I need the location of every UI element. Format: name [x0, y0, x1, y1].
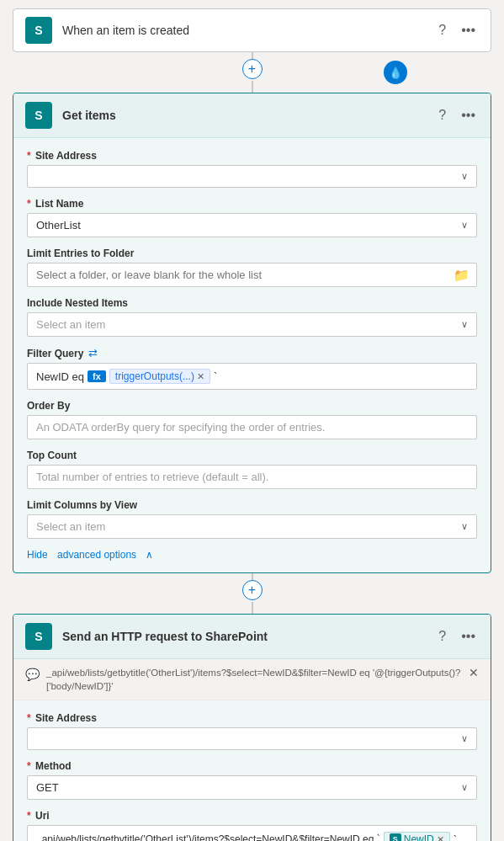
get-items-header: S Get items ? •••	[13, 93, 491, 138]
order-by-input[interactable]	[27, 415, 477, 439]
connector-arrow-1: ↓	[250, 77, 255, 89]
trigger-icon: S	[25, 17, 52, 44]
top-count-label: Top Count	[27, 450, 477, 461]
token-remove-button[interactable]: ✕	[197, 371, 204, 382]
get-items-more-button[interactable]: •••	[458, 106, 479, 125]
add-step-button-1[interactable]: +	[242, 59, 263, 79]
sp-token-icon: S	[390, 833, 401, 841]
trigger-actions: ? •••	[435, 21, 479, 40]
http-site-address-label: * Site Address	[27, 712, 477, 724]
http-uri-field[interactable]: _api/web/lists/getbytitle('OtherList')/i…	[27, 825, 477, 841]
filter-suffix: `	[214, 370, 217, 383]
filter-query-field[interactable]: NewID eq fx triggerOutputs(...) ✕ `	[27, 363, 477, 390]
http-site-address-group: * Site Address ∨	[27, 712, 477, 750]
top-count-input[interactable]	[27, 465, 477, 489]
url-preview-icon: 💬	[25, 668, 40, 681]
limit-columns-group: Limit Columns by View Select an item ∨	[27, 499, 477, 539]
include-nested-group: Include Nested Items Select an item ∨	[27, 297, 477, 337]
site-address-chevron: ∨	[461, 171, 468, 182]
connector-arrow-2: ↓	[250, 599, 255, 610]
http-help-button[interactable]: ?	[435, 627, 449, 646]
filter-text-prefix: NewID eq	[36, 370, 84, 383]
http-site-address-chevron: ∨	[461, 733, 468, 744]
site-address-dropdown[interactable]: ∨	[27, 165, 477, 188]
trigger-outputs-token: triggerOutputs(...) ✕	[109, 369, 210, 384]
bubble-indicator: 💧	[384, 61, 407, 84]
uri-suffix: `	[454, 833, 457, 841]
http-block-body: * Site Address ∨ * Method GET ∨	[13, 700, 491, 841]
filter-query-label-row: Filter Query ⇄	[27, 347, 477, 359]
filter-query-group: Filter Query ⇄ NewID eq fx triggerOutput…	[27, 347, 477, 390]
get-items-title: Get items	[62, 109, 435, 122]
filter-sort-icon[interactable]: ⇄	[88, 347, 98, 359]
url-preview-text: _api/web/lists/getbytitle('OtherList')/i…	[46, 666, 462, 693]
http-block-title: Send an HTTP request to SharePoint	[62, 630, 435, 643]
connector-2: + ↓	[13, 573, 491, 614]
get-items-body: * Site Address ∨ * List Name OtherList ∨	[13, 138, 491, 572]
trigger-block: S When an item is created ? •••	[13, 8, 491, 52]
filter-query-label: Filter Query	[27, 348, 83, 359]
get-items-actions: ? •••	[435, 106, 479, 125]
limit-folder-input[interactable]	[28, 263, 447, 286]
trigger-title: When an item is created	[62, 24, 435, 37]
http-site-address-dropdown[interactable]: ∨	[27, 727, 477, 750]
limit-columns-chevron: ∨	[461, 521, 468, 532]
http-block-icon: S	[25, 623, 52, 650]
url-preview-close-button[interactable]: ✕	[469, 666, 479, 679]
http-method-dropdown[interactable]: GET ∨	[27, 775, 477, 800]
connector-1: + ↓ 💧	[13, 52, 491, 93]
list-name-chevron: ∨	[461, 220, 468, 231]
trigger-help-button[interactable]: ?	[435, 21, 449, 40]
http-method-group: * Method GET ∨	[27, 760, 477, 800]
http-more-button[interactable]: •••	[458, 627, 479, 646]
advanced-options-toggle[interactable]: Hide advanced options ∧	[27, 549, 477, 561]
add-step-button-2[interactable]: +	[242, 580, 263, 600]
top-count-group: Top Count	[27, 450, 477, 489]
list-name-dropdown[interactable]: OtherList ∨	[27, 213, 477, 237]
trigger-more-button[interactable]: •••	[458, 21, 479, 40]
include-nested-label: Include Nested Items	[27, 297, 477, 309]
http-method-label: * Method	[27, 760, 477, 772]
limit-columns-label: Limit Columns by View	[27, 499, 477, 511]
fx-badge: fx	[88, 370, 106, 382]
http-method-chevron: ∨	[461, 782, 468, 793]
limit-folder-input-row: 📁	[27, 263, 477, 287]
site-address-group: * Site Address ∨	[27, 150, 477, 188]
http-uri-group: * Uri _api/web/lists/getbytitle('OtherLi…	[27, 810, 477, 841]
http-block-header: S Send an HTTP request to SharePoint ? •…	[13, 615, 491, 659]
folder-browse-button[interactable]: 📁	[447, 264, 476, 286]
order-by-label: Order By	[27, 400, 477, 412]
http-request-block: S Send an HTTP request to SharePoint ? •…	[13, 614, 491, 841]
newid-token: S NewID ✕	[384, 832, 450, 841]
list-name-group: * List Name OtherList ∨	[27, 198, 477, 237]
limit-folder-group: Limit Entries to Folder 📁	[27, 248, 477, 287]
newid-token-remove[interactable]: ✕	[437, 834, 444, 841]
get-items-block: S Get items ? ••• * Site Address	[13, 93, 491, 573]
limit-folder-label: Limit Entries to Folder	[27, 248, 477, 259]
list-name-label: * List Name	[27, 198, 477, 210]
include-nested-chevron: ∨	[461, 319, 468, 330]
http-uri-label: * Uri	[27, 810, 477, 822]
get-items-help-button[interactable]: ?	[435, 106, 449, 125]
limit-columns-dropdown[interactable]: Select an item ∨	[27, 514, 477, 539]
http-block-actions: ? •••	[435, 627, 479, 646]
uri-text-prefix: _api/web/lists/getbytitle('OtherList')/i…	[36, 833, 380, 841]
include-nested-dropdown[interactable]: Select an item ∨	[27, 312, 477, 337]
url-preview-row: 💬 _api/web/lists/getbytitle('OtherList')…	[13, 659, 491, 700]
get-items-icon: S	[25, 102, 52, 129]
site-address-label: * Site Address	[27, 150, 477, 162]
order-by-group: Order By	[27, 400, 477, 439]
